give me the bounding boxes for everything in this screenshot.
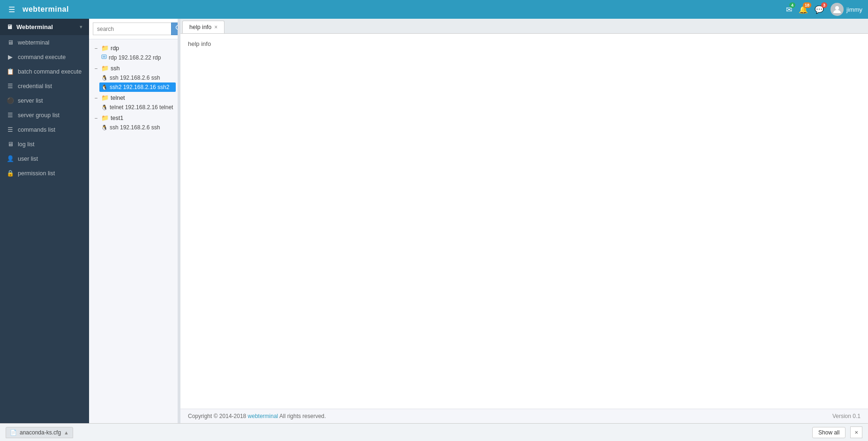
batch-icon: 📋 (7, 68, 14, 75)
sidebar-item-commands-list[interactable]: ☰ commands list (0, 122, 89, 137)
bottom-tab-close-icon[interactable]: ▲ (64, 430, 69, 435)
navbar-right: ✉ 4 🔔 18 💬 3 jimmy (786, 3, 862, 16)
sidebar-item-label: commands list (18, 127, 55, 133)
user-icon: 👤 (7, 155, 14, 162)
telnet-icon: 🐧 (101, 105, 108, 111)
chevron-down-icon: ▾ (80, 24, 82, 30)
folder-icon: 📁 (101, 114, 109, 121)
sidebar-item-label: command execute (18, 54, 66, 60)
sidebar-header[interactable]: 🖥 Webterminal ▾ (0, 19, 89, 35)
sidebar-item-server-list[interactable]: ⚫ server list (0, 93, 89, 108)
sidebar: 🖥 Webterminal ▾ 🖥 webterminal ▶ command … (0, 19, 89, 423)
sidebar-item-server-group-list[interactable]: ☰ server group list (0, 108, 89, 122)
username: jimmy (846, 6, 862, 13)
sidebar-item-label: server list (18, 97, 43, 104)
tree-item-label: rdp 192.168.2.22 rdp (109, 54, 161, 61)
tree-group-label-ssh: ssh (111, 65, 120, 72)
sidebar-toggle-button[interactable]: ☰ (6, 3, 18, 16)
tree-item-label: telnet 192.168.2.16 telnet (110, 104, 173, 111)
tree-group-header-telnet[interactable]: – 📁 telnet (91, 93, 176, 103)
version-number: 0.1 (853, 413, 861, 419)
tab-help-info[interactable]: help info × (182, 21, 224, 33)
bottom-tab-file[interactable]: 📄 anaconda-ks.cfg ▲ (6, 427, 73, 438)
tree-item-test1-1[interactable]: 🐧 ssh 192.168.2.6 ssh (99, 123, 176, 132)
tab-content-help-info: help info (180, 34, 868, 409)
footer: Copyright © 2014-2018 webterminal All ri… (180, 409, 868, 423)
rdp-icon (101, 54, 107, 61)
tree-group-header-test1[interactable]: – 📁 test1 (91, 113, 176, 123)
content-area: – 📁 rdp rdp 192.168.2.22 (89, 19, 868, 423)
sidebar-item-label: log list (18, 141, 34, 148)
tree-panel: – 📁 rdp rdp 192.168.2.22 (89, 19, 178, 423)
bottom-tab-label: anaconda-ks.cfg (20, 429, 61, 436)
sidebar-item-label: webterminal (18, 39, 49, 46)
svg-rect-4 (103, 56, 105, 58)
tree-item-label: ssh 192.168.2.6 ssh (110, 124, 160, 131)
show-all-button[interactable]: Show all (812, 427, 846, 438)
tree-item-label: ssh2 192.168.2.16 ssh2 (110, 84, 169, 90)
tree-item-ssh-1[interactable]: 🐧 ssh 192.168.2.6 ssh (99, 73, 176, 82)
mail-badge: 4 (789, 2, 795, 8)
lock-icon: 🔒 (7, 170, 14, 177)
commands-icon: ☰ (7, 126, 14, 133)
tree-group-label-test1: test1 (111, 115, 123, 121)
copyright-text: Copyright © 2014-2018 (188, 413, 248, 419)
bell-icon[interactable]: 🔔 18 (799, 5, 808, 14)
sidebar-item-user-list[interactable]: 👤 user list (0, 151, 89, 166)
footer-brand-link[interactable]: webterminal (248, 413, 278, 419)
sidebar-item-credential-list[interactable]: ☰ credential list (0, 79, 89, 93)
tree-group-ssh: – 📁 ssh 🐧 ssh 192.168.2.6 ssh 🐧 ssh2 192… (91, 63, 176, 92)
sidebar-item-webterminal[interactable]: 🖥 webterminal (0, 35, 89, 50)
bottom-bar: 📄 anaconda-ks.cfg ▲ Show all × (0, 423, 868, 441)
tree-children-test1: 🐧 ssh 192.168.2.6 ssh (91, 123, 176, 132)
tree-item-label: ssh 192.168.2.6 ssh (110, 75, 160, 81)
tree-group-label-telnet: telnet (111, 95, 125, 101)
tree-item-rdp-1[interactable]: rdp 192.168.2.22 rdp (99, 53, 176, 62)
server-icon: ⚫ (7, 97, 14, 104)
tree-children-telnet: 🐧 telnet 192.168.2.16 telnet (91, 103, 176, 112)
mail-icon[interactable]: ✉ 4 (786, 5, 792, 14)
search-bar (89, 19, 178, 39)
chat-icon[interactable]: 💬 3 (815, 5, 824, 14)
avatar (831, 3, 844, 16)
folder-icon: 📁 (101, 45, 109, 52)
tree-group-header-ssh[interactable]: – 📁 ssh (91, 63, 176, 73)
bell-badge: 18 (803, 2, 811, 8)
tree-item-telnet-1[interactable]: 🐧 telnet 192.168.2.16 telnet (99, 103, 176, 112)
tree-children-rdp: rdp 192.168.2.22 rdp (91, 53, 176, 62)
search-button[interactable] (171, 22, 178, 35)
help-info-text: help info (188, 40, 211, 47)
tree-group-test1: – 📁 test1 🐧 ssh 192.168.2.6 ssh (91, 113, 176, 132)
folder-icon: 📁 (101, 65, 109, 72)
sidebar-item-batch-command-execute[interactable]: 📋 batch command execute (0, 64, 89, 79)
tree-group-rdp: – 📁 rdp rdp 192.168.2.22 (91, 43, 176, 62)
tree-group-telnet: – 📁 telnet 🐧 telnet 192.168.2.16 telnet (91, 93, 176, 112)
tree-group-header-rdp[interactable]: – 📁 rdp (91, 43, 176, 53)
tree-group-label-rdp: rdp (111, 45, 119, 52)
sidebar-title: Webterminal (16, 23, 53, 30)
footer-copyright: Copyright © 2014-2018 webterminal All ri… (188, 413, 326, 419)
sidebar-item-label: batch command execute (18, 68, 82, 75)
sidebar-item-label: permission list (18, 170, 55, 177)
bottom-bar-close-button[interactable]: × (850, 426, 862, 438)
main-container: 🖥 Webterminal ▾ 🖥 webterminal ▶ command … (0, 19, 868, 423)
tree-toggle-telnet: – (93, 95, 99, 100)
search-input[interactable] (93, 22, 171, 35)
webterminal-icon: 🖥 (7, 23, 13, 30)
tab-label: help info (189, 24, 211, 30)
webterminal-nav-icon: 🖥 (7, 39, 14, 46)
sidebar-item-permission-list[interactable]: 🔒 permission list (0, 166, 89, 180)
sidebar-item-label: credential list (18, 83, 52, 90)
tree-children-ssh: 🐧 ssh 192.168.2.6 ssh 🐧 ssh2 192.168.2.1… (91, 73, 176, 92)
log-icon: 🖥 (7, 141, 14, 148)
tree-item-ssh-2[interactable]: 🐧 ssh2 192.168.2.16 ssh2 (99, 82, 176, 92)
chat-badge: 3 (821, 2, 827, 8)
sidebar-item-command-execute[interactable]: ▶ command execute (0, 50, 89, 64)
ssh-icon: 🐧 (101, 84, 108, 90)
sidebar-item-log-list[interactable]: 🖥 log list (0, 137, 89, 151)
main-panel: help info × help info Copyright © 2014-2… (180, 19, 868, 423)
tab-close-button[interactable]: × (214, 24, 217, 30)
user-menu[interactable]: jimmy (831, 3, 862, 16)
tree-toggle-ssh: – (93, 66, 99, 71)
credential-icon: ☰ (7, 82, 14, 90)
